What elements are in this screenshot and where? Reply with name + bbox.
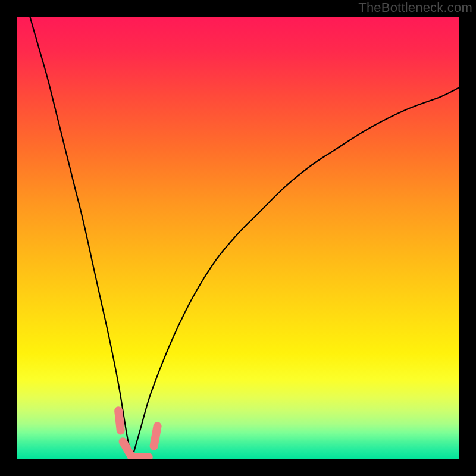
- plot-area: [17, 17, 459, 459]
- right-branch: [131, 87, 459, 459]
- optimal-range-segment: [118, 411, 121, 430]
- optimal-range-segment: [154, 426, 158, 446]
- chart-frame: TheBottleneck.com: [0, 0, 476, 476]
- left-branch: [30, 17, 131, 459]
- watermark-text: TheBottleneck.com: [358, 0, 472, 15]
- curves-svg: [17, 17, 459, 459]
